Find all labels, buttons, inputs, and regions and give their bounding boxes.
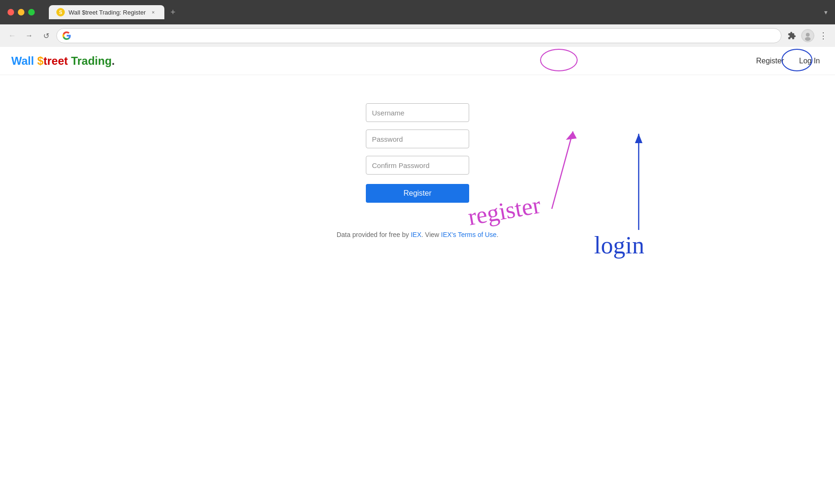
page-content: Wall $treet Trading. Register Log In Reg… [0, 47, 835, 504]
google-icon [62, 31, 71, 40]
register-submit-button[interactable]: Register [366, 184, 469, 203]
footer-attribution: Data provided for free by IEX. View IEX'… [337, 231, 499, 238]
extensions-button[interactable] [785, 29, 798, 42]
svg-point-1 [806, 33, 810, 37]
main-content: Register Data provided for free by IEX. … [0, 75, 835, 238]
new-tab-button[interactable]: + [166, 6, 179, 19]
tab-close-button[interactable]: × [149, 8, 157, 16]
logo-trading: Trading [71, 54, 112, 67]
footer-text-after: . [496, 231, 498, 238]
svg-point-2 [805, 37, 811, 41]
iex-terms-link[interactable]: IEX's Terms of Use [441, 231, 496, 238]
tab-bar: S Wall $treet Trading: Register × + [49, 5, 179, 19]
site-nav-links: Register Log In [752, 55, 824, 67]
browser-chrome: S Wall $treet Trading: Register × + ▾ ← … [0, 0, 835, 47]
username-input[interactable] [366, 103, 469, 122]
address-bar[interactable] [56, 28, 781, 43]
logo-wall: Wall [11, 54, 37, 67]
iex-link[interactable]: IEX [411, 231, 422, 238]
toolbar-actions: ⋮ [785, 29, 829, 43]
site-logo: Wall $treet Trading. [11, 54, 115, 68]
forward-button[interactable]: → [23, 29, 36, 42]
confirm-password-input[interactable] [366, 156, 469, 175]
toolbar: ← → ↺ [0, 24, 835, 47]
minimize-traffic-light[interactable] [18, 9, 24, 15]
tab-favicon: S [56, 8, 65, 16]
close-traffic-light[interactable] [8, 9, 14, 15]
traffic-lights [8, 9, 35, 15]
reload-button[interactable]: ↺ [39, 29, 53, 42]
logo-dot: . [112, 54, 115, 67]
title-bar: S Wall $treet Trading: Register × + ▾ [0, 0, 835, 24]
browser-dropdown-icon[interactable]: ▾ [824, 8, 827, 16]
logo-treet: treet [43, 54, 71, 67]
register-circle-annotation [540, 49, 578, 71]
maximize-traffic-light[interactable] [28, 9, 35, 15]
password-input[interactable] [366, 130, 469, 148]
browser-menu-button[interactable]: ⋮ [817, 29, 829, 43]
logo-dollar: $ [37, 54, 43, 67]
register-nav-link[interactable]: Register [752, 55, 788, 67]
footer-text-before: Data provided for free by [337, 231, 411, 238]
footer-text-middle: . View [421, 231, 441, 238]
profile-avatar[interactable] [801, 29, 814, 42]
avatar-image [803, 31, 813, 41]
site-nav: Wall $treet Trading. Register Log In [0, 47, 835, 75]
login-nav-link[interactable]: Log In [796, 55, 824, 67]
active-tab[interactable]: S Wall $treet Trading: Register × [49, 5, 164, 19]
back-button[interactable]: ← [6, 29, 19, 42]
tab-title: Wall $treet Trading: Register [69, 9, 146, 16]
form-container: Register [347, 103, 488, 203]
extensions-icon [788, 31, 796, 40]
